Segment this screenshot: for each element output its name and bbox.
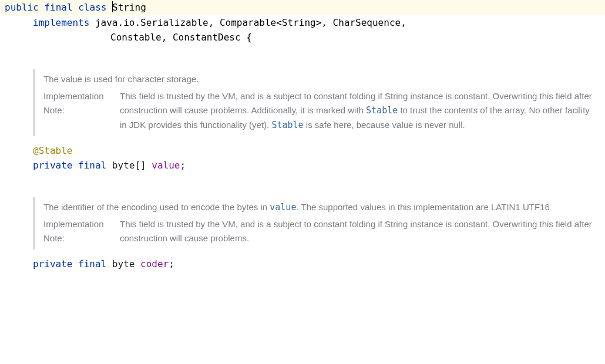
class-declaration-line[interactable]: public final class String (0, 0, 605, 15)
field-name-value: value (152, 160, 180, 171)
keyword-implements: implements (33, 17, 95, 28)
doc-code-stable-1: Stable (366, 105, 398, 116)
blank-line (0, 45, 605, 62)
implements-interfaces-2: Constable, ConstantDesc { (110, 32, 252, 43)
javadoc-summary: The identifier of the encoding used to e… (43, 200, 594, 215)
javadoc-value[interactable]: The value is used for character storage.… (33, 69, 600, 136)
annotation-stable: @Stable (33, 145, 72, 156)
implements-line-1[interactable]: implements java.io.Serializable, Compara… (0, 15, 605, 31)
field-mods: private final (33, 160, 112, 171)
javadoc-label: Implementation Note: (43, 217, 120, 247)
implements-line-2[interactable]: Constable, ConstantDesc { (0, 30, 605, 45)
javadoc-note-text: This field is trusted by the VM, and is … (120, 89, 594, 133)
doc-code-value: value (270, 202, 296, 213)
field-mods: private final (33, 258, 112, 269)
field-type: byte[] (112, 160, 152, 171)
semicolon: ; (169, 258, 174, 269)
doc-code-stable-2: Stable (271, 120, 303, 130)
annotation-line[interactable]: @Stable (0, 143, 605, 159)
field-coder-line[interactable]: private final byte coder; (0, 257, 605, 272)
field-value-line[interactable]: private final byte[] value; (0, 158, 605, 173)
field-type: byte (112, 258, 140, 269)
code-editor[interactable]: public final class String implements jav… (0, 0, 605, 364)
keyword-public-final-class: public final class (5, 2, 112, 13)
class-name: String (112, 2, 146, 13)
javadoc-summary: The value is used for character storage. (43, 72, 594, 87)
javadoc-impl-note: Implementation Note: This field is trust… (43, 217, 594, 247)
javadoc-note-text: This field is trusted by the VM, and is … (120, 217, 594, 247)
field-name-coder: coder (140, 258, 169, 269)
javadoc-coder[interactable]: The identifier of the encoding used to e… (33, 197, 600, 250)
implements-interfaces-1: java.io.Serializable, Comparable<String>… (95, 17, 406, 28)
semicolon: ; (180, 160, 186, 171)
javadoc-impl-note: Implementation Note: This field is trust… (43, 89, 594, 133)
blank-line (0, 173, 605, 190)
javadoc-label: Implementation Note: (43, 89, 120, 119)
